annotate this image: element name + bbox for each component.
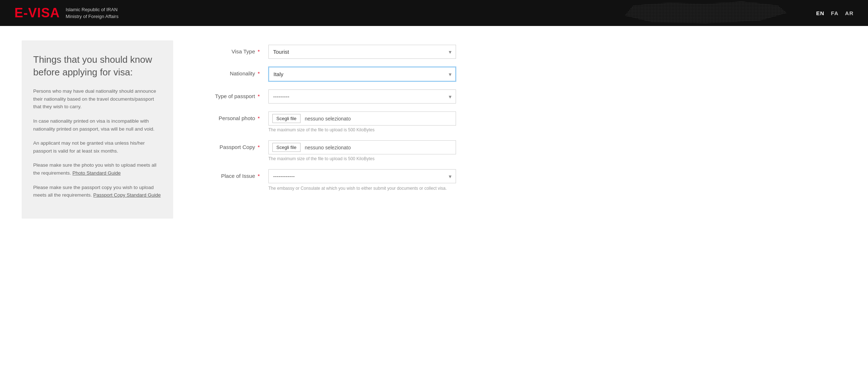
passport-copy-required: * <box>258 144 260 150</box>
nationality-label: Nationality * <box>195 67 260 76</box>
info-para-3: An applicant may not be granted visa unl… <box>33 139 162 155</box>
personal-photo-label: Personal photo * <box>195 111 260 121</box>
passport-type-label: Type of passport * <box>195 89 260 99</box>
nationality-row: Nationality * Italy France Germany Spain… <box>195 67 563 82</box>
info-para-5: Please make sure the passport copy you w… <box>33 184 162 199</box>
header-subtitle: Islamic Republic of IRAN Ministry of For… <box>66 6 118 20</box>
passport-copy-hint: The maximum size of the file to upload i… <box>268 156 456 161</box>
place-of-issue-hint: The embassy or Consulate at which you wi… <box>268 185 456 192</box>
passport-copy-row: Passport Copy * Scegli file nessuno sele… <box>195 140 563 161</box>
place-of-issue-required: * <box>258 173 260 179</box>
nationality-required: * <box>258 70 260 76</box>
lang-fa[interactable]: FA <box>831 10 838 16</box>
passport-copy-standard-guide-link[interactable]: Passport Copy Standard Guide <box>93 192 161 198</box>
page-header: E-VISA Islamic Republic of IRAN Ministry… <box>0 0 868 26</box>
personal-photo-control: Scegli file nessuno selezionato The maxi… <box>268 111 456 132</box>
personal-photo-filename: nessuno selezionato <box>305 116 351 122</box>
passport-copy-file-wrap: Scegli file nessuno selezionato <box>268 140 456 154</box>
passport-copy-choose-button[interactable]: Scegli file <box>272 143 301 152</box>
passport-copy-label: Passport Copy * <box>195 140 260 150</box>
place-of-issue-label: Place of Issue * <box>195 169 260 179</box>
visa-type-select[interactable]: Tourist Business Transit Medical <box>268 45 456 59</box>
place-of-issue-select-wrapper: ------------ ▼ <box>268 169 456 183</box>
passport-type-row: Type of passport * --------- Ordinary Di… <box>195 89 563 104</box>
place-of-issue-select[interactable]: ------------ <box>268 169 456 183</box>
passport-type-select-wrapper: --------- Ordinary Diplomatic Service ▼ <box>268 89 456 104</box>
info-panel-title: Things that you should know before apply… <box>33 53 162 79</box>
info-para-4: Please make sure the photo you wish to u… <box>33 161 162 177</box>
lang-ar[interactable]: AR <box>845 10 854 16</box>
lang-en[interactable]: EN <box>816 10 824 16</box>
personal-photo-row: Personal photo * Scegli file nessuno sel… <box>195 111 563 132</box>
header-map-decoration <box>615 0 796 26</box>
nationality-select-wrapper: Italy France Germany Spain USA ▼ <box>268 67 456 82</box>
passport-type-select[interactable]: --------- Ordinary Diplomatic Service <box>268 89 456 104</box>
passport-type-control: --------- Ordinary Diplomatic Service ▼ <box>268 89 456 104</box>
visa-type-required: * <box>258 48 260 54</box>
visa-type-row: Visa Type * Tourist Business Transit Med… <box>195 45 563 59</box>
nationality-select[interactable]: Italy France Germany Spain USA <box>268 67 456 82</box>
language-nav: EN FA AR <box>816 10 854 16</box>
info-panel: Things that you should know before apply… <box>22 40 173 219</box>
main-content: Things that you should know before apply… <box>0 26 577 233</box>
visa-type-select-wrapper: Tourist Business Transit Medical ▼ <box>268 45 456 59</box>
nationality-control: Italy France Germany Spain USA ▼ <box>268 67 456 82</box>
visa-type-control: Tourist Business Transit Medical ▼ <box>268 45 456 59</box>
passport-copy-control: Scegli file nessuno selezionato The maxi… <box>268 140 456 161</box>
personal-photo-required: * <box>258 115 260 121</box>
place-of-issue-row: Place of Issue * ------------ ▼ The emba… <box>195 169 563 192</box>
info-para-1: Persons who may have dual nationality sh… <box>33 87 162 111</box>
info-para-2: In case nationality printed on visa is i… <box>33 117 162 133</box>
application-form: Visa Type * Tourist Business Transit Med… <box>195 40 563 219</box>
header-brand: E-VISA Islamic Republic of IRAN Ministry… <box>14 5 118 21</box>
logo: E-VISA <box>14 5 60 21</box>
place-of-issue-control: ------------ ▼ The embassy or Consulate … <box>268 169 456 192</box>
passport-copy-filename: nessuno selezionato <box>305 145 351 150</box>
passport-type-required: * <box>258 93 260 99</box>
visa-type-label: Visa Type * <box>195 45 260 54</box>
personal-photo-choose-button[interactable]: Scegli file <box>272 114 301 123</box>
personal-photo-hint: The maximum size of the file to upload i… <box>268 127 456 132</box>
photo-standard-guide-link[interactable]: Photo Standard Guide <box>73 170 121 176</box>
personal-photo-file-wrap: Scegli file nessuno selezionato <box>268 111 456 126</box>
